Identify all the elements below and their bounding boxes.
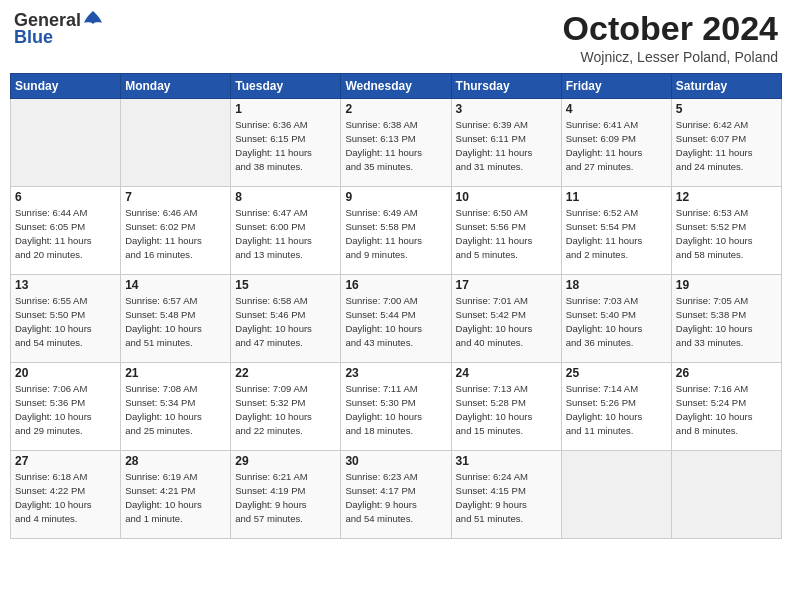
calendar-cell — [121, 99, 231, 187]
calendar-cell: 21Sunrise: 7:08 AM Sunset: 5:34 PM Dayli… — [121, 363, 231, 451]
day-number: 3 — [456, 102, 557, 116]
calendar-cell: 16Sunrise: 7:00 AM Sunset: 5:44 PM Dayli… — [341, 275, 451, 363]
day-info: Sunrise: 6:24 AM Sunset: 4:15 PM Dayligh… — [456, 470, 557, 525]
day-number: 1 — [235, 102, 336, 116]
logo-icon — [82, 9, 104, 31]
calendar-cell: 22Sunrise: 7:09 AM Sunset: 5:32 PM Dayli… — [231, 363, 341, 451]
day-number: 31 — [456, 454, 557, 468]
calendar-cell: 26Sunrise: 7:16 AM Sunset: 5:24 PM Dayli… — [671, 363, 781, 451]
day-info: Sunrise: 6:44 AM Sunset: 6:05 PM Dayligh… — [15, 206, 116, 261]
logo: General Blue — [14, 10, 104, 48]
calendar-week-row: 6Sunrise: 6:44 AM Sunset: 6:05 PM Daylig… — [11, 187, 782, 275]
calendar-cell: 23Sunrise: 7:11 AM Sunset: 5:30 PM Dayli… — [341, 363, 451, 451]
day-number: 24 — [456, 366, 557, 380]
calendar-cell: 11Sunrise: 6:52 AM Sunset: 5:54 PM Dayli… — [561, 187, 671, 275]
calendar-cell: 20Sunrise: 7:06 AM Sunset: 5:36 PM Dayli… — [11, 363, 121, 451]
day-info: Sunrise: 7:14 AM Sunset: 5:26 PM Dayligh… — [566, 382, 667, 437]
day-number: 25 — [566, 366, 667, 380]
day-number: 17 — [456, 278, 557, 292]
calendar-header-row: SundayMondayTuesdayWednesdayThursdayFrid… — [11, 74, 782, 99]
day-number: 4 — [566, 102, 667, 116]
calendar-cell: 31Sunrise: 6:24 AM Sunset: 4:15 PM Dayli… — [451, 451, 561, 539]
header-cell-tuesday: Tuesday — [231, 74, 341, 99]
header-cell-thursday: Thursday — [451, 74, 561, 99]
calendar-cell: 27Sunrise: 6:18 AM Sunset: 4:22 PM Dayli… — [11, 451, 121, 539]
calendar-cell: 5Sunrise: 6:42 AM Sunset: 6:07 PM Daylig… — [671, 99, 781, 187]
day-number: 16 — [345, 278, 446, 292]
day-info: Sunrise: 7:03 AM Sunset: 5:40 PM Dayligh… — [566, 294, 667, 349]
month-title: October 2024 — [563, 10, 778, 47]
day-info: Sunrise: 7:08 AM Sunset: 5:34 PM Dayligh… — [125, 382, 226, 437]
day-number: 9 — [345, 190, 446, 204]
day-info: Sunrise: 7:11 AM Sunset: 5:30 PM Dayligh… — [345, 382, 446, 437]
day-number: 30 — [345, 454, 446, 468]
calendar-cell: 3Sunrise: 6:39 AM Sunset: 6:11 PM Daylig… — [451, 99, 561, 187]
day-number: 7 — [125, 190, 226, 204]
calendar-cell: 19Sunrise: 7:05 AM Sunset: 5:38 PM Dayli… — [671, 275, 781, 363]
day-info: Sunrise: 6:39 AM Sunset: 6:11 PM Dayligh… — [456, 118, 557, 173]
calendar-cell: 2Sunrise: 6:38 AM Sunset: 6:13 PM Daylig… — [341, 99, 451, 187]
day-info: Sunrise: 6:46 AM Sunset: 6:02 PM Dayligh… — [125, 206, 226, 261]
day-number: 22 — [235, 366, 336, 380]
day-number: 5 — [676, 102, 777, 116]
day-number: 19 — [676, 278, 777, 292]
day-info: Sunrise: 6:41 AM Sunset: 6:09 PM Dayligh… — [566, 118, 667, 173]
day-number: 27 — [15, 454, 116, 468]
header-cell-wednesday: Wednesday — [341, 74, 451, 99]
day-number: 12 — [676, 190, 777, 204]
calendar-cell: 28Sunrise: 6:19 AM Sunset: 4:21 PM Dayli… — [121, 451, 231, 539]
day-info: Sunrise: 6:36 AM Sunset: 6:15 PM Dayligh… — [235, 118, 336, 173]
logo-blue-text: Blue — [14, 27, 53, 48]
day-number: 28 — [125, 454, 226, 468]
day-info: Sunrise: 6:47 AM Sunset: 6:00 PM Dayligh… — [235, 206, 336, 261]
day-info: Sunrise: 6:21 AM Sunset: 4:19 PM Dayligh… — [235, 470, 336, 525]
day-info: Sunrise: 6:53 AM Sunset: 5:52 PM Dayligh… — [676, 206, 777, 261]
day-info: Sunrise: 6:19 AM Sunset: 4:21 PM Dayligh… — [125, 470, 226, 525]
calendar-cell: 14Sunrise: 6:57 AM Sunset: 5:48 PM Dayli… — [121, 275, 231, 363]
calendar-cell — [11, 99, 121, 187]
calendar-cell: 24Sunrise: 7:13 AM Sunset: 5:28 PM Dayli… — [451, 363, 561, 451]
calendar-cell: 12Sunrise: 6:53 AM Sunset: 5:52 PM Dayli… — [671, 187, 781, 275]
day-info: Sunrise: 6:57 AM Sunset: 5:48 PM Dayligh… — [125, 294, 226, 349]
calendar-cell: 1Sunrise: 6:36 AM Sunset: 6:15 PM Daylig… — [231, 99, 341, 187]
day-info: Sunrise: 7:06 AM Sunset: 5:36 PM Dayligh… — [15, 382, 116, 437]
calendar-cell: 9Sunrise: 6:49 AM Sunset: 5:58 PM Daylig… — [341, 187, 451, 275]
day-number: 14 — [125, 278, 226, 292]
calendar-cell: 4Sunrise: 6:41 AM Sunset: 6:09 PM Daylig… — [561, 99, 671, 187]
day-info: Sunrise: 6:38 AM Sunset: 6:13 PM Dayligh… — [345, 118, 446, 173]
day-number: 26 — [676, 366, 777, 380]
day-info: Sunrise: 6:42 AM Sunset: 6:07 PM Dayligh… — [676, 118, 777, 173]
calendar-cell: 29Sunrise: 6:21 AM Sunset: 4:19 PM Dayli… — [231, 451, 341, 539]
calendar-table: SundayMondayTuesdayWednesdayThursdayFrid… — [10, 73, 782, 539]
calendar-cell: 17Sunrise: 7:01 AM Sunset: 5:42 PM Dayli… — [451, 275, 561, 363]
calendar-cell: 30Sunrise: 6:23 AM Sunset: 4:17 PM Dayli… — [341, 451, 451, 539]
day-number: 10 — [456, 190, 557, 204]
day-number: 2 — [345, 102, 446, 116]
day-number: 11 — [566, 190, 667, 204]
day-info: Sunrise: 7:01 AM Sunset: 5:42 PM Dayligh… — [456, 294, 557, 349]
day-info: Sunrise: 7:16 AM Sunset: 5:24 PM Dayligh… — [676, 382, 777, 437]
header-cell-friday: Friday — [561, 74, 671, 99]
calendar-body: 1Sunrise: 6:36 AM Sunset: 6:15 PM Daylig… — [11, 99, 782, 539]
calendar-cell — [671, 451, 781, 539]
title-block: October 2024 Wojnicz, Lesser Poland, Pol… — [563, 10, 778, 65]
calendar-week-row: 20Sunrise: 7:06 AM Sunset: 5:36 PM Dayli… — [11, 363, 782, 451]
calendar-cell: 10Sunrise: 6:50 AM Sunset: 5:56 PM Dayli… — [451, 187, 561, 275]
day-info: Sunrise: 6:50 AM Sunset: 5:56 PM Dayligh… — [456, 206, 557, 261]
day-info: Sunrise: 6:23 AM Sunset: 4:17 PM Dayligh… — [345, 470, 446, 525]
calendar-cell: 7Sunrise: 6:46 AM Sunset: 6:02 PM Daylig… — [121, 187, 231, 275]
day-number: 21 — [125, 366, 226, 380]
day-info: Sunrise: 6:18 AM Sunset: 4:22 PM Dayligh… — [15, 470, 116, 525]
day-info: Sunrise: 6:52 AM Sunset: 5:54 PM Dayligh… — [566, 206, 667, 261]
day-info: Sunrise: 7:05 AM Sunset: 5:38 PM Dayligh… — [676, 294, 777, 349]
day-number: 6 — [15, 190, 116, 204]
day-info: Sunrise: 6:49 AM Sunset: 5:58 PM Dayligh… — [345, 206, 446, 261]
calendar-cell: 6Sunrise: 6:44 AM Sunset: 6:05 PM Daylig… — [11, 187, 121, 275]
day-info: Sunrise: 7:13 AM Sunset: 5:28 PM Dayligh… — [456, 382, 557, 437]
calendar-week-row: 27Sunrise: 6:18 AM Sunset: 4:22 PM Dayli… — [11, 451, 782, 539]
calendar-cell: 18Sunrise: 7:03 AM Sunset: 5:40 PM Dayli… — [561, 275, 671, 363]
day-number: 18 — [566, 278, 667, 292]
calendar-cell: 25Sunrise: 7:14 AM Sunset: 5:26 PM Dayli… — [561, 363, 671, 451]
day-number: 15 — [235, 278, 336, 292]
day-number: 13 — [15, 278, 116, 292]
